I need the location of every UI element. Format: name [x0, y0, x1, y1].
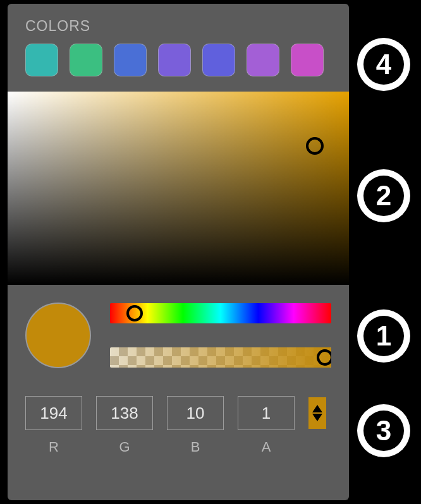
alpha-slider[interactable] — [110, 347, 331, 368]
annotation-badge-4: 4 — [357, 38, 410, 91]
a-input[interactable] — [238, 396, 295, 430]
hue-slider-cursor — [126, 305, 143, 321]
swatch-5[interactable] — [202, 44, 235, 76]
swatch-3[interactable] — [114, 44, 147, 76]
saturation-value-area[interactable] — [8, 92, 349, 285]
g-input[interactable] — [96, 396, 153, 430]
r-label: R — [49, 439, 59, 455]
swatch-row — [8, 44, 349, 92]
sliders — [110, 303, 331, 368]
swatch-1[interactable] — [25, 44, 58, 76]
channel-inputs: R G B A — [8, 368, 349, 455]
g-label: G — [119, 439, 130, 455]
r-input[interactable] — [25, 396, 82, 430]
hue-slider[interactable] — [110, 303, 331, 323]
panel-title: COLORS — [8, 4, 349, 44]
r-group: R — [25, 396, 82, 455]
color-picker-panel: COLORS R — [8, 4, 349, 500]
annotation-badge-3: 3 — [357, 404, 410, 457]
color-preview — [25, 303, 91, 368]
annotation-badge-1: 1 — [357, 309, 410, 363]
annotation-number: 2 — [363, 176, 404, 216]
annotation-number: 3 — [363, 411, 404, 451]
controls-row — [8, 285, 349, 368]
swatch-2[interactable] — [70, 44, 102, 76]
b-label: B — [191, 439, 200, 455]
format-stepper[interactable] — [308, 397, 326, 429]
b-input[interactable] — [167, 396, 224, 430]
a-group: A — [238, 396, 295, 455]
swatch-7[interactable] — [291, 44, 324, 76]
alpha-gradient — [110, 347, 331, 368]
chevron-down-icon — [312, 414, 322, 421]
annotation-number: 4 — [363, 44, 404, 85]
swatch-6[interactable] — [247, 44, 279, 76]
sv-black-overlay — [8, 92, 349, 285]
chevron-up-icon — [312, 405, 322, 412]
b-group: B — [167, 396, 224, 455]
annotation-number: 1 — [363, 316, 404, 356]
a-label: A — [262, 439, 271, 455]
g-group: G — [96, 396, 153, 455]
annotation-badge-2: 2 — [357, 169, 410, 222]
swatch-4[interactable] — [158, 44, 191, 76]
